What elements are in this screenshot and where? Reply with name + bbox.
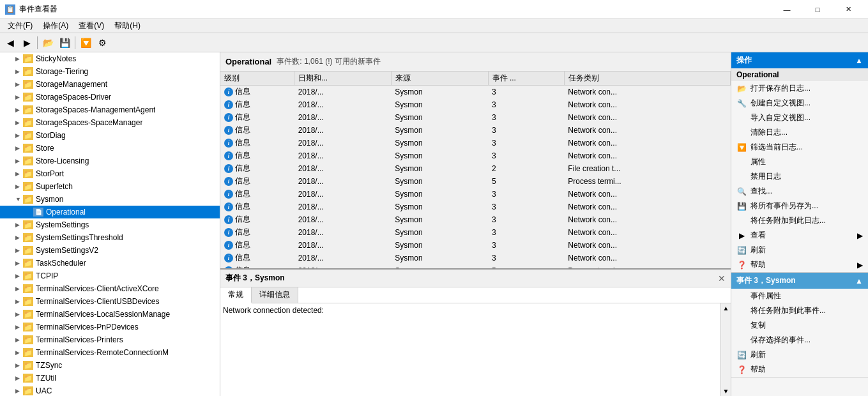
- right-action-properties[interactable]: 属性: [731, 155, 868, 169]
- tree-item-10[interactable]: ▶📁Superfetch: [0, 180, 220, 193]
- cell-event: 3: [488, 111, 564, 124]
- tab-details[interactable]: 详细信息: [252, 287, 298, 303]
- right-action-help2[interactable]: ❓ 帮助: [731, 362, 868, 377]
- table-row[interactable]: i 信息 2018/... Sysmon 3 Network con...: [220, 201, 731, 213]
- table-row[interactable]: i 信息 2018/... Sysmon 3 Network con...: [220, 239, 731, 252]
- right-action-help[interactable]: ❓ 帮助 ▶: [731, 257, 868, 272]
- right-action-find[interactable]: 🔍 查找...: [731, 184, 868, 199]
- cell-level: i 信息: [220, 264, 294, 269]
- tree-item-16[interactable]: ▶📁TaskScheduler: [0, 257, 220, 270]
- table-row[interactable]: i 信息 2018/... Sysmon 3 Network con...: [220, 111, 731, 124]
- right-action-refresh[interactable]: 🔄 刷新: [731, 243, 868, 257]
- table-row[interactable]: i 信息 2018/... Sysmon 3 Network con...: [220, 188, 731, 201]
- tree-item-8[interactable]: ▶📁Store-Licensing: [0, 155, 220, 167]
- bottom-scrollbar[interactable]: ▲ ▼: [720, 303, 731, 396]
- tree-item-6[interactable]: ▶📁StorDiag: [0, 129, 220, 142]
- cell-date: 2018/...: [294, 226, 392, 239]
- tree-item-18[interactable]: ▶📁TerminalServices-ClientActiveXCore: [0, 282, 220, 295]
- tree-item-5[interactable]: ▶📁StorageSpaces-SpaceManager: [0, 116, 220, 129]
- save-button[interactable]: 💾: [57, 35, 72, 50]
- tree-item-0[interactable]: ▶📁StickyNotes: [0, 52, 220, 65]
- table-row[interactable]: i 信息 2018/... Sysmon 3 Network con...: [220, 137, 731, 149]
- tree-item-label: StorDiag: [36, 131, 66, 140]
- collapse-icon-event3[interactable]: ▲: [855, 277, 863, 286]
- expand-arrow: ▶: [15, 260, 23, 266]
- table-row[interactable]: i 信息 2018/... Sysmon 3 Network con...: [220, 226, 731, 239]
- close-button[interactable]: ✕: [834, 0, 863, 19]
- tree-item-1[interactable]: ▶📁Storage-Tiering: [0, 65, 220, 78]
- bottom-panel-title: 事件 3，Sysmon: [225, 273, 285, 284]
- tree-item-14[interactable]: ▶📁SystemSettingsThreshold: [0, 231, 220, 244]
- event-table-container[interactable]: 级别 日期和... 来源 事件 ... 任务类别 i 信息 2018/... S…: [220, 72, 731, 268]
- right-action-attach-task[interactable]: 将任务附加到此日志...: [731, 213, 868, 228]
- cell-source: Sysmon: [391, 111, 488, 124]
- table-row[interactable]: i 信息 2018/... Sysmon 5 Process termi...: [220, 264, 731, 269]
- right-action-copy[interactable]: 复制: [731, 318, 868, 333]
- menu-file[interactable]: 文件(F): [3, 19, 38, 33]
- filter-button[interactable]: 🔽: [78, 35, 93, 50]
- right-action-import-view[interactable]: 导入自定义视图...: [731, 110, 868, 125]
- col-header-event[interactable]: 事件 ...: [488, 72, 564, 86]
- tree-item-3[interactable]: ▶📁StorageSpaces-Driver: [0, 91, 220, 103]
- maximize-button[interactable]: □: [803, 0, 832, 19]
- col-header-date[interactable]: 日期和...: [294, 72, 392, 86]
- tree-item-21[interactable]: ▶📁TerminalServices-PnPDevices: [0, 321, 220, 333]
- bottom-content-text[interactable]: Network connection detected:: [223, 306, 728, 393]
- right-action-view[interactable]: ▶ 查看 ▶: [731, 228, 868, 243]
- tree-item-25[interactable]: ▶📁TZUtil: [0, 372, 220, 385]
- table-row[interactable]: i 信息 2018/... Sysmon 3 Network con...: [220, 252, 731, 264]
- table-row[interactable]: i 信息 2018/... Sysmon 3 Network con...: [220, 149, 731, 162]
- tree-item-26[interactable]: ▶📁UAC: [0, 385, 220, 396]
- tree-item-22[interactable]: ▶📁TerminalServices-Printers: [0, 333, 220, 346]
- right-action-disable-log[interactable]: 禁用日志: [731, 169, 868, 184]
- open-button[interactable]: 📂: [40, 35, 56, 50]
- right-action-refresh2[interactable]: 🔄 刷新: [731, 347, 868, 362]
- right-action-attach-event-task[interactable]: 将任务附加到此事件...: [731, 303, 868, 318]
- tree-item-24[interactable]: ▶📁TZSync: [0, 359, 220, 372]
- tree-item-7[interactable]: ▶📁Store: [0, 142, 220, 155]
- bottom-close-button[interactable]: ✕: [718, 273, 726, 284]
- tree-item-19[interactable]: ▶📁TerminalServices-ClientUSBDevices: [0, 295, 220, 308]
- menu-view[interactable]: 查看(V): [73, 19, 109, 33]
- tab-general[interactable]: 常规: [220, 287, 252, 303]
- minimize-button[interactable]: —: [772, 0, 802, 19]
- tree-item-20[interactable]: ▶📁TerminalServices-LocalSessionManage: [0, 308, 220, 321]
- right-action-clear-log[interactable]: 清除日志...: [731, 125, 868, 140]
- tree-item-15[interactable]: ▶📁SystemSettingsV2: [0, 244, 220, 257]
- right-action-open-log[interactable]: 📂 打开保存的日志...: [731, 81, 868, 96]
- right-action-save-selected[interactable]: 保存选择的事件...: [731, 333, 868, 347]
- table-row[interactable]: i 信息 2018/... Sysmon 5 Process termi...: [220, 175, 731, 188]
- scroll-down-button[interactable]: ▼: [723, 388, 729, 395]
- back-button[interactable]: ◀: [3, 35, 18, 50]
- right-action-create-view[interactable]: 🔧 创建自定义视图...: [731, 96, 868, 110]
- col-header-task[interactable]: 任务类别: [564, 72, 730, 86]
- expand-arrow: ▶: [15, 94, 23, 100]
- col-header-source[interactable]: 来源: [391, 72, 488, 86]
- forward-button[interactable]: ▶: [19, 35, 34, 50]
- menu-help[interactable]: 帮助(H): [109, 19, 146, 33]
- tree-item-4[interactable]: ▶📁StorageSpaces-ManagementAgent: [0, 103, 220, 116]
- tree-item-2[interactable]: ▶📁StorageManagement: [0, 78, 220, 91]
- right-action-filter[interactable]: 🔽 筛选当前日志...: [731, 140, 868, 155]
- col-header-level[interactable]: 级别: [220, 72, 294, 86]
- table-row[interactable]: i 信息 2018/... Sysmon 3 Network con...: [220, 86, 731, 98]
- tree-item-11[interactable]: ▼📁Sysmon: [0, 193, 220, 206]
- collapse-icon-operational[interactable]: ▲: [855, 56, 863, 65]
- tree-item-12[interactable]: 📄Operational: [0, 206, 220, 218]
- cell-task: Network con...: [564, 188, 730, 201]
- tree-item-13[interactable]: ▶📁SystemSettings: [0, 218, 220, 231]
- tree-item-17[interactable]: ▶📁TCPIP: [0, 270, 220, 282]
- table-row[interactable]: i 信息 2018/... Sysmon 3 Network con...: [220, 98, 731, 111]
- table-row[interactable]: i 信息 2018/... Sysmon 2 File creation t..…: [220, 162, 731, 175]
- table-row[interactable]: i 信息 2018/... Sysmon 3 Network con...: [220, 124, 731, 137]
- tree-item-9[interactable]: ▶📁StorPort: [0, 167, 220, 180]
- tree-item-23[interactable]: ▶📁TerminalServices-RemoteConnectionM: [0, 346, 220, 359]
- menu-action[interactable]: 操作(A): [38, 19, 73, 33]
- table-row[interactable]: i 信息 2018/... Sysmon 3 Network con...: [220, 213, 731, 226]
- scroll-up-button[interactable]: ▲: [723, 305, 729, 312]
- right-action-event-props[interactable]: 事件属性: [731, 289, 868, 303]
- right-action-save-all[interactable]: 💾 将所有事件另存为...: [731, 199, 868, 213]
- operational-tab[interactable]: Operational: [225, 57, 271, 66]
- filter-icon: 🔽: [736, 142, 747, 153]
- properties-button[interactable]: ⚙: [95, 35, 110, 50]
